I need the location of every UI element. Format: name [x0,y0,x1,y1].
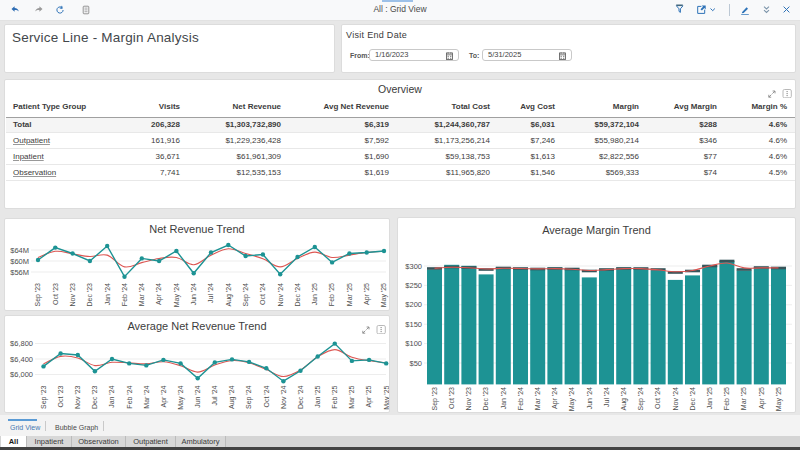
svg-text:Sep '23: Sep '23 [40,385,48,409]
svg-text:Oct '24: Oct '24 [259,283,266,305]
svg-text:May '25: May '25 [383,385,390,409]
svg-text:Jun '24: Jun '24 [194,385,201,407]
svg-text:Nov '23: Nov '23 [69,283,76,307]
svg-text:Feb '24: Feb '24 [126,385,133,408]
svg-text:Jul '24: Jul '24 [211,385,218,405]
svg-text:Apr '24: Apr '24 [551,387,559,409]
svg-text:Oct '23: Oct '23 [57,385,64,407]
svg-text:Dec '23: Dec '23 [91,385,98,409]
svg-text:Feb '25: Feb '25 [328,283,335,306]
svg-text:$64M: $64M [10,246,29,255]
svg-text:$6,000: $6,000 [10,370,33,379]
svg-text:May '24: May '24 [177,385,185,409]
svg-text:May '25: May '25 [775,387,783,411]
svg-text:Dec '23: Dec '23 [482,387,489,411]
svg-text:Apr '25: Apr '25 [365,385,373,407]
svg-text:Nov '23: Nov '23 [74,385,81,409]
svg-text:Aug '24: Aug '24 [225,283,233,307]
svg-text:Mar '25: Mar '25 [348,385,355,408]
svg-text:Jan '25: Jan '25 [314,385,321,407]
svg-text:Aug '24: Aug '24 [620,387,628,411]
svg-text:Feb '24: Feb '24 [121,283,128,306]
svg-text:Oct '24: Oct '24 [654,387,661,409]
svg-text:Nov '24: Nov '24 [280,385,287,409]
svg-text:Dec '24: Dec '24 [297,385,304,409]
svg-text:Mar '24: Mar '24 [138,283,145,306]
svg-text:Dec '23: Dec '23 [86,283,93,307]
svg-text:Jul '24: Jul '24 [207,283,214,303]
svg-text:$6,400: $6,400 [10,355,33,364]
svg-text:May '25: May '25 [380,283,388,307]
svg-text:Mar '24: Mar '24 [534,387,541,410]
svg-text:Apr '24: Apr '24 [155,283,163,305]
svg-text:$250: $250 [405,281,422,290]
svg-text:Mar '25: Mar '25 [740,387,747,410]
svg-text:Mar '24: Mar '24 [143,385,150,408]
svg-text:Nov '23: Nov '23 [465,387,472,411]
svg-text:Sep '24: Sep '24 [245,385,253,409]
svg-text:May '24: May '24 [173,283,181,307]
svg-text:Apr '24: Apr '24 [160,385,168,407]
svg-text:Dec '24: Dec '24 [689,387,696,411]
svg-text:Feb '25: Feb '25 [331,385,338,408]
svg-text:Sep '23: Sep '23 [34,283,42,307]
svg-text:Sep '24: Sep '24 [242,283,250,307]
svg-text:$6,800: $6,800 [10,339,33,348]
svg-text:Sep '24: Sep '24 [637,387,645,411]
svg-text:Aug '24: Aug '24 [228,385,236,409]
svg-text:Mar '25: Mar '25 [346,283,353,306]
svg-text:Oct '24: Oct '24 [263,385,270,407]
svg-text:Oct '23: Oct '23 [52,283,59,305]
svg-text:$50: $50 [409,359,422,368]
svg-text:Oct '23: Oct '23 [448,387,455,409]
svg-text:Jan '24: Jan '24 [108,385,115,407]
svg-text:Jan '25: Jan '25 [311,283,318,305]
svg-text:$300: $300 [405,262,422,271]
svg-text:Apr '25: Apr '25 [363,283,371,305]
svg-text:Jan '24: Jan '24 [500,387,507,409]
svg-text:Jun '24: Jun '24 [586,387,593,409]
svg-text:Jan '24: Jan '24 [104,283,111,305]
svg-text:Nov '24: Nov '24 [672,387,679,411]
svg-text:$56M: $56M [10,268,29,277]
svg-text:$60M: $60M [10,257,29,266]
svg-text:$200: $200 [405,300,422,309]
svg-text:May '24: May '24 [568,387,576,411]
svg-text:Nov '24: Nov '24 [277,283,284,307]
svg-text:Dec '24: Dec '24 [294,283,301,307]
svg-text:Jun '24: Jun '24 [190,283,197,305]
svg-text:$150: $150 [405,320,422,329]
svg-text:Sep '23: Sep '23 [431,387,439,411]
svg-text:Jan '25: Jan '25 [706,387,713,409]
svg-text:Jul '24: Jul '24 [603,387,610,407]
svg-text:Feb '25: Feb '25 [723,387,730,410]
svg-text:Apr '25: Apr '25 [758,387,766,409]
svg-text:Feb '24: Feb '24 [517,387,524,410]
svg-text:$100: $100 [405,339,422,348]
